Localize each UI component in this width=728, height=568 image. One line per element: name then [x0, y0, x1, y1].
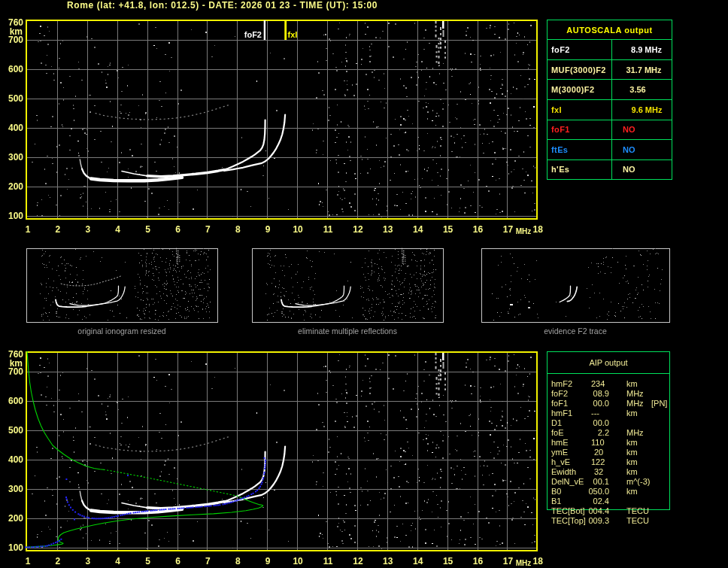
svg-text:16: 16 [473, 224, 484, 235]
svg-text:8: 8 [235, 556, 241, 566]
svg-text:500: 500 [8, 93, 23, 104]
svg-text:004.4: 004.4 [588, 506, 609, 515]
svg-text:00.0: 00.0 [593, 418, 609, 427]
svg-text:009.3: 009.3 [588, 516, 609, 525]
svg-text:20: 20 [594, 448, 603, 457]
svg-text:Rome (lat: +41.8, lon: 012.5): Rome (lat: +41.8, lon: 012.5) - DATE: 20… [67, 0, 378, 11]
svg-text:4: 4 [115, 556, 120, 566]
svg-text:3.56: 3.56 [629, 85, 645, 94]
svg-text:km: km [626, 487, 638, 496]
svg-text:00.1: 00.1 [593, 477, 609, 486]
svg-text:10: 10 [293, 556, 303, 566]
svg-text:5: 5 [145, 224, 150, 235]
svg-text:13: 13 [383, 556, 393, 566]
svg-text:1: 1 [26, 224, 31, 235]
svg-text:2: 2 [56, 556, 61, 566]
svg-text:3: 3 [85, 224, 90, 235]
svg-text:MUF(3000)F2: MUF(3000)F2 [551, 65, 606, 74]
svg-text:foF2: foF2 [551, 45, 570, 54]
svg-text:km: km [626, 438, 638, 447]
svg-text:2.2: 2.2 [598, 428, 609, 437]
svg-text:km: km [626, 409, 638, 418]
svg-text:15: 15 [443, 224, 453, 235]
svg-text:7: 7 [205, 556, 211, 566]
svg-text:200: 200 [8, 513, 23, 524]
svg-text:Ewidth: Ewidth [551, 467, 576, 476]
svg-text:9: 9 [265, 556, 271, 566]
svg-text:foE: foE [551, 428, 564, 437]
svg-text:foF2: foF2 [551, 389, 568, 398]
svg-text:foF1: foF1 [551, 125, 570, 134]
svg-text:[PN]: [PN] [651, 399, 667, 408]
svg-text:km: km [10, 26, 23, 37]
svg-text:NO: NO [623, 165, 635, 174]
svg-text:fxI: fxI [288, 30, 298, 39]
svg-text:11: 11 [323, 556, 333, 566]
svg-text:km: km [10, 358, 23, 369]
svg-text:TEC[Bot]: TEC[Bot] [551, 506, 585, 515]
svg-text:18: 18 [533, 556, 544, 566]
svg-text:8: 8 [235, 224, 241, 235]
svg-text:17: 17 [503, 556, 514, 566]
svg-text:hmF2: hmF2 [551, 379, 572, 388]
svg-text:500: 500 [8, 425, 23, 436]
svg-text:9.6 MHz: 9.6 MHz [632, 105, 663, 114]
svg-text:13: 13 [383, 224, 393, 235]
svg-text:234: 234 [591, 379, 605, 388]
svg-text:16: 16 [473, 556, 484, 566]
svg-text:400: 400 [8, 454, 23, 465]
svg-text:18: 18 [533, 224, 544, 235]
svg-text:300: 300 [8, 152, 23, 163]
svg-text:evidence F2 trace: evidence F2 trace [544, 327, 607, 336]
svg-text:5: 5 [145, 556, 150, 566]
svg-text:MHz: MHz [516, 559, 532, 567]
svg-text:6: 6 [175, 224, 180, 235]
svg-text:12: 12 [353, 224, 363, 235]
svg-text:02.4: 02.4 [593, 497, 609, 506]
svg-text:17: 17 [503, 224, 514, 235]
svg-text:11: 11 [323, 224, 333, 235]
svg-text:foF1: foF1 [551, 399, 568, 408]
svg-text:600: 600 [8, 396, 23, 406]
svg-text:DelN_vE: DelN_vE [551, 477, 584, 486]
svg-text:km: km [626, 379, 638, 388]
svg-text:MHz: MHz [516, 227, 532, 235]
svg-text:M(3000)F2: M(3000)F2 [551, 85, 594, 94]
svg-text:14: 14 [413, 556, 423, 566]
svg-text:TEC[Top]: TEC[Top] [551, 516, 586, 525]
svg-text:MHz: MHz [626, 389, 644, 398]
svg-text:12: 12 [353, 556, 363, 566]
svg-text:3: 3 [85, 556, 90, 566]
svg-text:08.9: 08.9 [593, 389, 609, 398]
svg-text:km: km [626, 467, 638, 476]
svg-text:foF2: foF2 [244, 30, 262, 39]
svg-text:NO: NO [623, 145, 635, 154]
svg-text:h'Es: h'Es [551, 165, 569, 174]
svg-text:B0: B0 [551, 487, 561, 496]
svg-text:100: 100 [8, 211, 23, 221]
svg-text:D1: D1 [551, 418, 562, 427]
svg-text:ymE: ymE [551, 448, 568, 457]
svg-text:050.0: 050.0 [588, 487, 609, 496]
svg-text:km: km [626, 448, 638, 457]
svg-text:TECU: TECU [626, 516, 649, 525]
svg-text:hmE: hmE [551, 438, 569, 447]
svg-text:2: 2 [56, 224, 61, 235]
svg-text:TECU: TECU [626, 506, 649, 515]
svg-text:200: 200 [8, 181, 23, 192]
svg-text:8.9 MHz: 8.9 MHz [631, 45, 662, 54]
svg-text:MHz: MHz [626, 399, 644, 408]
svg-text:---: --- [591, 409, 599, 418]
svg-text:hmF1: hmF1 [551, 409, 572, 418]
svg-text:1: 1 [26, 556, 31, 566]
svg-text:6: 6 [175, 556, 180, 566]
svg-text:km: km [626, 457, 638, 466]
svg-text:9: 9 [265, 224, 271, 235]
svg-text:110: 110 [591, 438, 605, 447]
svg-text:ftEs: ftEs [551, 145, 568, 154]
svg-text:300: 300 [8, 484, 23, 494]
svg-text:10: 10 [293, 224, 303, 235]
svg-text:NO: NO [623, 125, 635, 134]
svg-text:400: 400 [8, 123, 23, 133]
svg-text:MHz: MHz [626, 428, 644, 437]
